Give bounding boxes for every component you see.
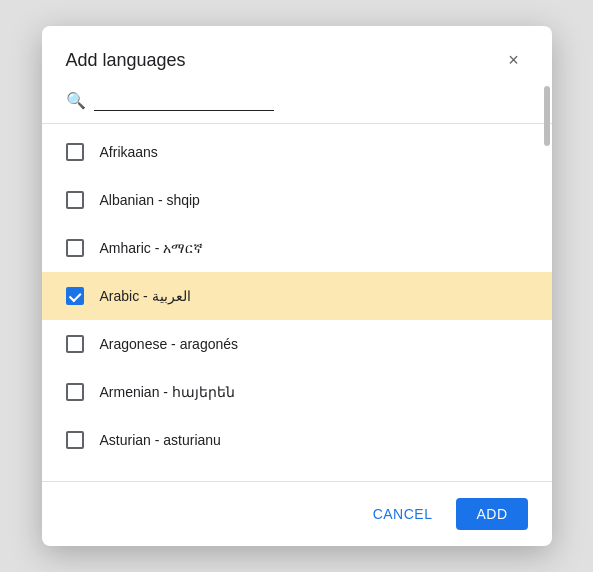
add-languages-dialog: Add languages × 🔍 AfrikaansAlbanian - sh…	[42, 26, 552, 546]
checkbox-afrikaans[interactable]	[66, 143, 84, 161]
language-name-arabic: Arabic - العربية	[100, 288, 191, 304]
add-button[interactable]: ADD	[456, 498, 527, 530]
checkbox-amharic[interactable]	[66, 239, 84, 257]
language-name-asturian: Asturian - asturianu	[100, 432, 221, 448]
checkbox-aragonese[interactable]	[66, 335, 84, 353]
search-input[interactable]	[94, 90, 274, 111]
language-item-asturian[interactable]: Asturian - asturianu	[42, 416, 552, 464]
language-name-amharic: Amharic - አማርኛ	[100, 240, 204, 257]
language-item-armenian[interactable]: Armenian - հայերեն	[42, 368, 552, 416]
dialog-header: Add languages ×	[42, 26, 552, 86]
language-name-armenian: Armenian - հայերեն	[100, 384, 235, 400]
scrollbar-track[interactable]	[544, 26, 552, 546]
language-item-amharic[interactable]: Amharic - አማርኛ	[42, 224, 552, 272]
scrollbar-thumb	[544, 86, 550, 146]
language-name-albanian: Albanian - shqip	[100, 192, 200, 208]
dialog-title: Add languages	[66, 50, 186, 71]
language-item-albanian[interactable]: Albanian - shqip	[42, 176, 552, 224]
language-name-aragonese: Aragonese - aragonés	[100, 336, 239, 352]
close-icon: ×	[508, 50, 519, 71]
checkbox-albanian[interactable]	[66, 191, 84, 209]
search-container: 🔍	[42, 86, 552, 123]
language-list: AfrikaansAlbanian - shqipAmharic - አማርኛA…	[42, 124, 552, 481]
language-name-afrikaans: Afrikaans	[100, 144, 158, 160]
search-icon: 🔍	[66, 91, 86, 110]
cancel-button[interactable]: CANCEL	[357, 498, 449, 530]
language-item-arabic[interactable]: Arabic - العربية	[42, 272, 552, 320]
language-item-afrikaans[interactable]: Afrikaans	[42, 128, 552, 176]
checkbox-armenian[interactable]	[66, 383, 84, 401]
checkbox-arabic[interactable]	[66, 287, 84, 305]
dialog-overlay: Add languages × 🔍 AfrikaansAlbanian - sh…	[0, 0, 593, 572]
close-button[interactable]: ×	[500, 46, 528, 74]
language-item-aragonese[interactable]: Aragonese - aragonés	[42, 320, 552, 368]
dialog-footer: CANCEL ADD	[42, 482, 552, 546]
checkbox-asturian[interactable]	[66, 431, 84, 449]
